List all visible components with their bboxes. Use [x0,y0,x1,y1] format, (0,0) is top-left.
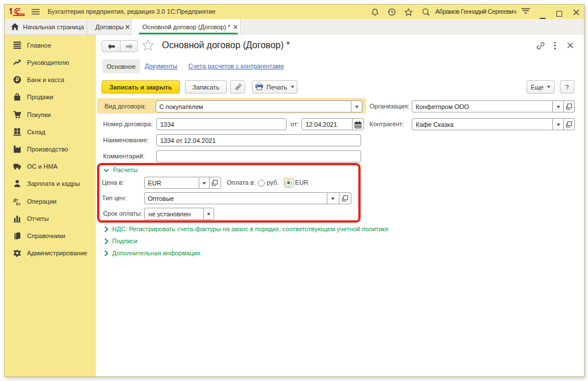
svg-text:Кт: Кт [16,201,21,206]
svg-text:₽: ₽ [16,77,19,83]
